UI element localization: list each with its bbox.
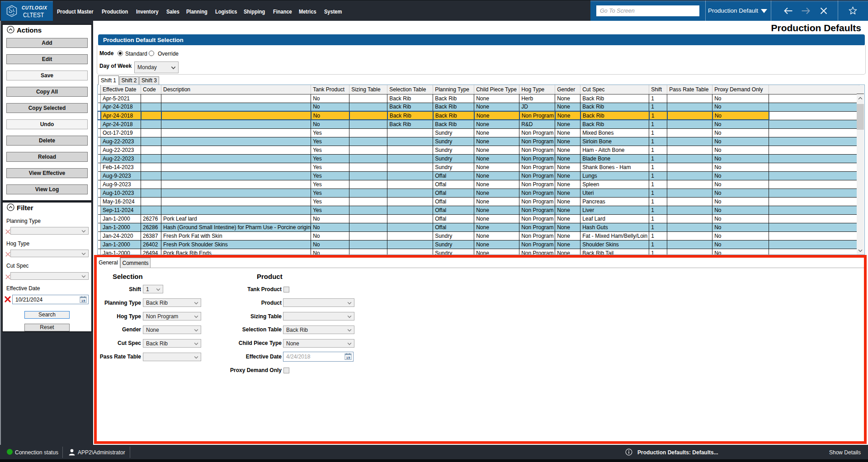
svg-text:15: 15 — [346, 356, 350, 360]
svg-text:15: 15 — [81, 299, 85, 303]
